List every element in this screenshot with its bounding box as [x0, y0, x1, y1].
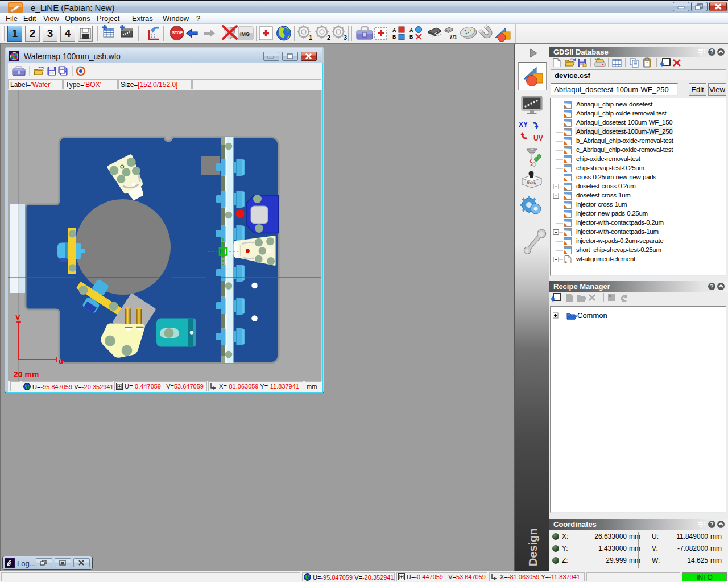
svg-text:20 mm: 20 mm: [14, 370, 39, 379]
svg-text:B: B: [392, 34, 396, 40]
svg-text:u: u: [59, 357, 63, 365]
svg-text:V: V: [15, 313, 20, 321]
svg-text:B: B: [410, 34, 413, 40]
svg-text:3: 3: [344, 34, 347, 41]
svg-text:1: 1: [309, 34, 312, 41]
svg-text:2: 2: [327, 34, 330, 41]
svg-text:IMG: IMG: [240, 31, 250, 37]
svg-text:A: A: [410, 27, 413, 33]
svg-text:7/1: 7/1: [449, 34, 457, 40]
svg-text:XY: XY: [519, 121, 528, 129]
svg-text:STOP: STOP: [172, 31, 183, 35]
svg-text:UV: UV: [533, 134, 543, 142]
svg-text:Raith: Raith: [527, 181, 536, 185]
svg-text:A: A: [392, 27, 396, 33]
